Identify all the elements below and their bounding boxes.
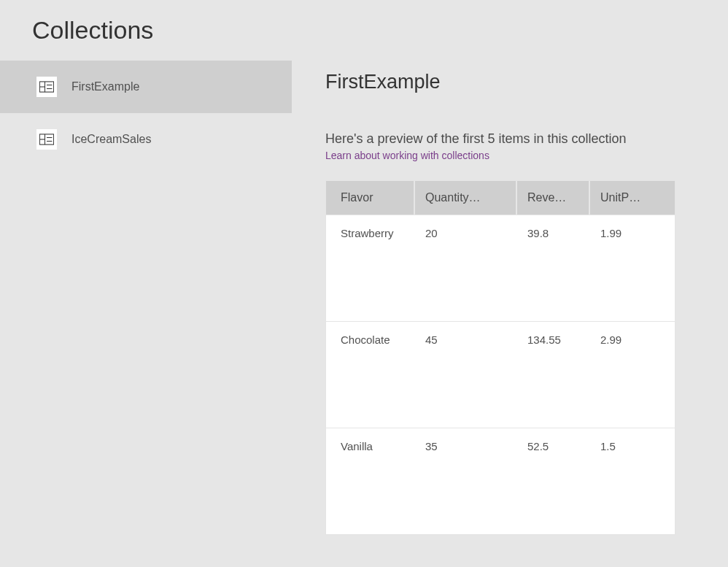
collection-title: FirstExample — [325, 71, 706, 93]
collection-icon — [36, 129, 57, 150]
main-panel: FirstExample Here's a preview of the fir… — [292, 61, 728, 558]
collection-icon — [36, 77, 57, 97]
table-row[interactable]: Chocolate 45 134.55 2.99 — [326, 321, 675, 428]
cell-revenue: 39.8 — [517, 227, 590, 321]
cell-flavor: Chocolate — [326, 333, 415, 428]
sidebar-item-firstexample[interactable]: FirstExample — [0, 61, 292, 113]
cell-unitprice: 1.5 — [590, 440, 660, 534]
learn-link[interactable]: Learn about working with collections — [325, 150, 706, 161]
cell-revenue: 134.55 — [517, 333, 590, 428]
cell-quantity: 20 — [415, 227, 517, 321]
cell-revenue: 52.5 — [517, 440, 590, 534]
table-header-row: Flavor Quantity… Reve… UnitP… — [326, 181, 675, 215]
cell-unitprice: 1.99 — [590, 227, 660, 321]
sidebar: FirstExample IceCreamSales — [0, 61, 292, 558]
cell-unitprice: 2.99 — [590, 333, 660, 428]
sidebar-item-label: FirstExample — [71, 80, 139, 93]
table-header-quantity[interactable]: Quantity… — [415, 181, 517, 215]
table-header-unitprice[interactable]: UnitP… — [590, 181, 660, 215]
cell-quantity: 45 — [415, 333, 517, 428]
cell-flavor: Strawberry — [326, 227, 415, 321]
table-header-flavor[interactable]: Flavor — [326, 181, 415, 215]
sidebar-item-icecreamsales[interactable]: IceCreamSales — [0, 113, 292, 166]
preview-text: Here's a preview of the first 5 items in… — [325, 131, 706, 147]
page-title: Collections — [0, 0, 728, 61]
table-row[interactable]: Strawberry 20 39.8 1.99 — [326, 215, 675, 321]
cell-flavor: Vanilla — [326, 440, 415, 534]
data-table: Flavor Quantity… Reve… UnitP… Strawberry… — [325, 180, 675, 535]
table-header-revenue[interactable]: Reve… — [517, 181, 590, 215]
table-row[interactable]: Vanilla 35 52.5 1.5 — [326, 428, 675, 534]
cell-quantity: 35 — [415, 440, 517, 534]
sidebar-item-label: IceCreamSales — [71, 133, 151, 146]
